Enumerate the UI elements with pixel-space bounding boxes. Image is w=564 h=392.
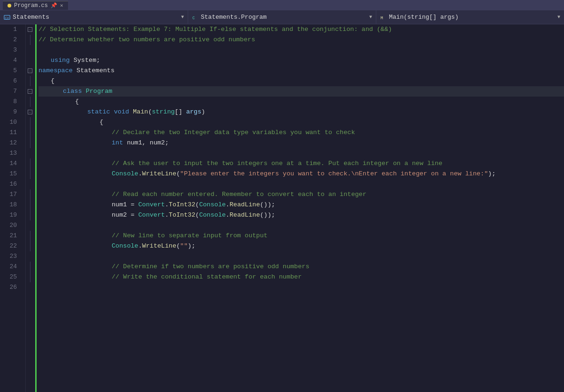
namespace-dropdown-arrow[interactable]: ▼ [181, 15, 184, 20]
fold-line-24 [26, 262, 34, 272]
code-line-17: // Read each number entered. Remember to… [38, 189, 564, 200]
fold-column: − − − − [26, 24, 34, 392]
line25-comment: // Write the conditional statement for e… [112, 272, 302, 282]
fold-line-23 [26, 251, 34, 262]
line-num-2: 2 [0, 35, 21, 45]
line19-num2: num2 = [112, 210, 138, 220]
tab-pin-icon: 📌 [51, 2, 57, 8]
fold-line-13 [26, 148, 34, 158]
fold-line-15 [26, 169, 34, 179]
line-num-4: 4 [0, 55, 21, 66]
code-line-1: // Selection Statements: Example 7: Mult… [38, 24, 564, 35]
tab-close-button[interactable]: ✕ [60, 2, 63, 8]
line19-rest: ()); [260, 210, 275, 220]
class-label: Statements.Program [201, 14, 267, 21]
code-line-4: using System; [38, 55, 564, 66]
line18-toint32: ToInt32 [169, 200, 196, 210]
fold-1[interactable]: − [26, 24, 34, 35]
line15-rparen: ); [488, 169, 495, 179]
svg-text:M: M [381, 15, 383, 20]
line19-convert: Convert [138, 210, 165, 220]
line24-comment: // Determine if two numbers are positive… [112, 262, 309, 272]
line22-console: Console [112, 241, 138, 251]
line-num-16: 16 [0, 179, 21, 189]
method-dropdown-arrow[interactable]: ▼ [557, 15, 560, 20]
code-line-26 [38, 282, 564, 293]
line22-dot: . [138, 241, 142, 251]
method-selector-icon: M [380, 14, 387, 21]
line-num-23: 23 [0, 251, 21, 262]
fold-line-19 [26, 210, 34, 220]
line-num-11: 11 [0, 128, 21, 138]
line17-comment: // Read each number entered. Remember to… [112, 189, 366, 200]
line4-system: System; [74, 55, 100, 66]
code-line-15: Console . WriteLine ( "Please enter the … [38, 169, 564, 179]
line-num-3: 3 [0, 45, 21, 55]
line15-string: "Please enter the integers you want to c… [180, 169, 488, 179]
fold-9[interactable]: − [26, 107, 34, 117]
line-num-15: 15 [0, 169, 21, 179]
svg-text:C: C [192, 15, 195, 20]
namespace-selector[interactable]: C# Statements ▼ [0, 10, 188, 24]
line19-lparen: ( [195, 210, 199, 220]
svg-text:C#: C# [5, 16, 9, 20]
fold-7[interactable]: − [26, 86, 34, 97]
fold-line-4 [26, 55, 34, 66]
cs-icon [8, 4, 11, 8]
fold-5[interactable]: − [26, 66, 34, 76]
code-line-6: { [38, 76, 564, 86]
code-line-11: // Declare the two Integer data type var… [38, 128, 564, 138]
class-selector[interactable]: C Statements.Program ▼ [188, 10, 376, 24]
fold-line-2 [26, 35, 34, 45]
line6-brace: { [51, 76, 54, 86]
code-line-20 [38, 220, 564, 231]
code-line-3 [38, 45, 564, 55]
code-line-2: // Determine whether two numbers are pos… [38, 35, 564, 45]
line14-comment: // Ask the user to input the two integer… [112, 158, 442, 169]
line10-brace: { [99, 117, 103, 128]
line15-console: Console [112, 169, 138, 179]
code-line-13 [38, 148, 564, 158]
line-num-20: 20 [0, 220, 21, 231]
fold-line-17 [26, 189, 34, 200]
line18-console: Console [199, 200, 226, 210]
tab-label: Program.cs [14, 2, 48, 9]
code-editor[interactable]: // Selection Statements: Example 7: Mult… [37, 24, 564, 392]
line22-writeline: WriteLine [142, 241, 176, 251]
line11-comment: // Declare the two Integer data type var… [112, 128, 355, 138]
class-selector-icon: C [192, 14, 198, 21]
fold-line-16 [26, 179, 34, 189]
line18-dot2: . [226, 200, 229, 210]
line-num-10: 10 [0, 117, 21, 128]
file-tab[interactable]: Program.cs 📌 ✕ [3, 1, 68, 10]
line9-main: Main [133, 107, 148, 117]
line18-convert: Convert [138, 200, 165, 210]
line-num-26: 26 [0, 282, 21, 293]
code-line-18: num1 = Convert . ToInt32 ( Console . Rea… [38, 200, 564, 210]
fold-line-11 [26, 128, 34, 138]
line-num-5: 5 [0, 66, 21, 76]
line19-toint32: ToInt32 [169, 210, 196, 220]
line-num-17: 17 [0, 189, 21, 200]
method-selector[interactable]: M Main(string[] args) ▼ [376, 10, 564, 24]
namespace-label: Statements [13, 14, 49, 21]
line-numbers: 1 2 3 4 5 6 7 8 9 10 11 12 13 14 15 16 1… [0, 24, 26, 392]
code-line-14: // Ask the user to input the two integer… [38, 158, 564, 169]
line8-brace: { [75, 97, 79, 107]
line12-int: int [112, 138, 123, 148]
class-dropdown-arrow[interactable]: ▼ [369, 15, 372, 20]
line-num-25: 25 [0, 272, 21, 282]
method-label: Main(string[] args) [389, 14, 458, 21]
line7-class-name: Program [86, 86, 113, 97]
line9-rparen: ) [201, 107, 205, 117]
line-num-21: 21 [0, 231, 21, 241]
fold-line-10 [26, 117, 34, 128]
fold-line-26 [26, 282, 34, 293]
line18-rest: ()); [260, 200, 275, 210]
line-num-13: 13 [0, 148, 21, 158]
line9-static: static [87, 107, 110, 117]
line9-brackets: [] [175, 107, 182, 117]
line9-void: void [114, 107, 129, 117]
line18-num1: num1 = [112, 200, 138, 210]
fold-line-14 [26, 158, 34, 169]
